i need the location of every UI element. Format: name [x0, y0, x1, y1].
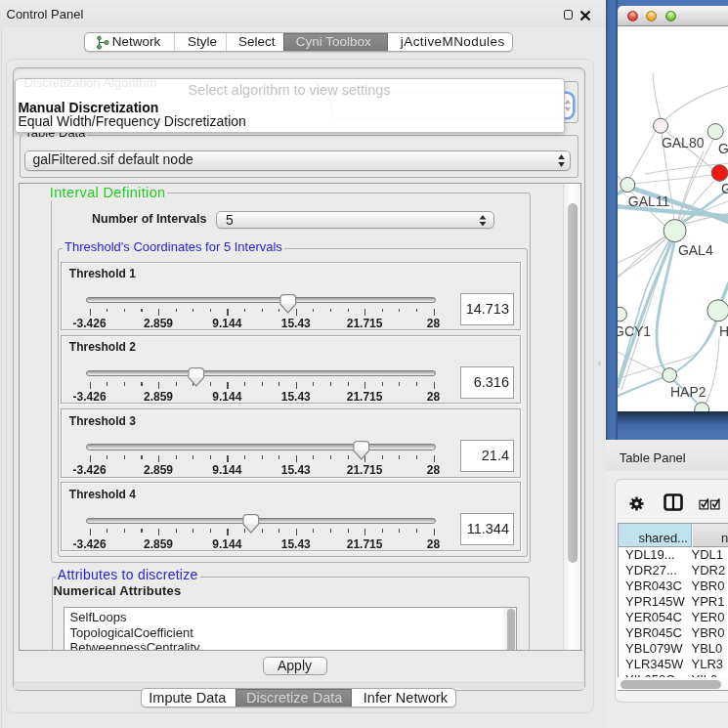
svg-text:HAP2: HAP2	[670, 384, 707, 400]
svg-text:GAL11: GAL11	[627, 193, 669, 209]
svg-text:GA: GA	[717, 141, 727, 156]
svg-text:GAL4: GAL4	[677, 242, 712, 258]
svg-text:GAL80: GAL80	[661, 135, 704, 150]
svg-text:GCY1: GCY1	[618, 323, 651, 339]
svg-text:G: G	[720, 181, 727, 196]
svg-text:HAP4: HAP4	[719, 323, 728, 339]
